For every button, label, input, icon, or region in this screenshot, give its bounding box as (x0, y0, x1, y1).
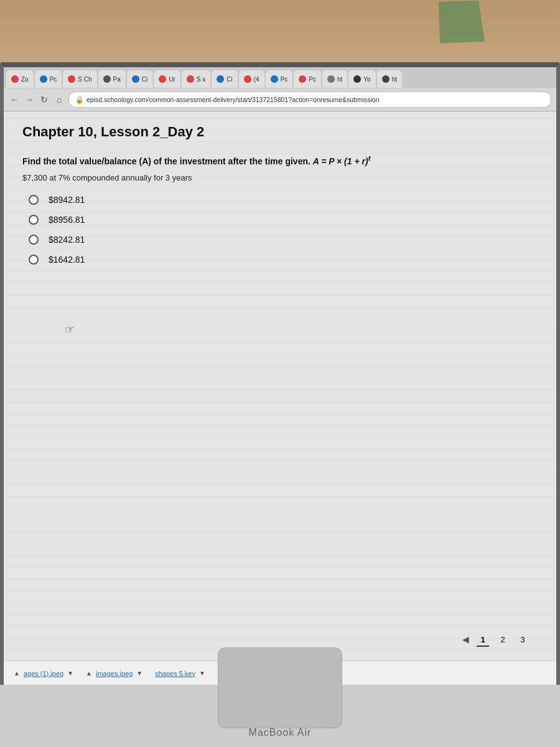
page-content: Chapter 10, Lesson 2_Day 2 Find the tota… (4, 111, 556, 685)
choice-label-4: $1642.81 (49, 255, 85, 265)
tab-pc[interactable]: Pc (35, 70, 62, 88)
tab-ch[interactable]: S Ch (63, 70, 96, 88)
tab-ht[interactable]: ht (322, 70, 347, 88)
download-name-2[interactable]: images.jpeg (96, 670, 133, 677)
choice-label-2: $8956.81 (49, 215, 85, 225)
tab-ht2[interactable]: ht (377, 70, 402, 88)
tab-icon-yo (353, 75, 361, 83)
browser-chrome: Zo Pc S Ch Pa Ci Ur (4, 67, 556, 111)
macbook-label: MacBook Air (249, 727, 312, 738)
answer-choice-3[interactable]: $8242.81 (29, 235, 538, 245)
tab-label-yo: Yo (363, 76, 370, 83)
expand-arrow-2[interactable]: ▼ (136, 670, 142, 677)
tab-yo[interactable]: Yo (348, 70, 375, 88)
download-name-3[interactable]: shapes 5.key (155, 670, 195, 677)
tab-icon-ur (159, 75, 166, 83)
pagination-prev[interactable]: ◀ (459, 633, 472, 646)
tab-icon-zo (11, 75, 19, 83)
tab-pc3[interactable]: Pc (294, 70, 321, 88)
tab-label-zo: Zo (21, 76, 29, 83)
tab-icon-ht (327, 75, 335, 83)
tab-label-pa: Pa (113, 76, 121, 83)
radio-1[interactable] (29, 195, 39, 205)
tab-icon-pc (40, 75, 47, 83)
question-instruction: Find the total value/balance (A) of the … (22, 153, 538, 168)
tab-icon-ci (132, 75, 139, 83)
tab-label-4: (4 (254, 76, 259, 83)
choice-label-3: $8242.81 (49, 235, 85, 245)
address-bar[interactable]: 🔒 episd.schoology.com/common-assessment-… (68, 92, 551, 108)
tab-sx[interactable]: S x (182, 70, 210, 88)
back-button[interactable]: ← (9, 94, 20, 105)
download-item-3[interactable]: shapes 5.key ▼ (155, 670, 205, 677)
download-arrow-2[interactable]: ▲ (86, 670, 92, 677)
choice-label-1: $8942.81 (49, 195, 85, 205)
radio-3[interactable] (29, 235, 39, 245)
tab-icon-sx (187, 75, 194, 83)
tab-icon-pc3 (299, 75, 306, 83)
expand-arrow-1[interactable]: ▼ (67, 670, 73, 677)
download-arrow-1[interactable]: ▲ (14, 670, 20, 677)
download-name-1[interactable]: ages (1).jpeg (24, 670, 63, 677)
tab-icon-ht2 (382, 75, 390, 83)
tab-ur[interactable]: Ur (154, 70, 180, 88)
tab-pa[interactable]: Pa (98, 70, 126, 88)
tab-label-pc3: Pc (309, 76, 316, 83)
tab-bar: Zo Pc S Ch Pa Ci Ur (4, 67, 556, 88)
tab-icon-pc2 (271, 75, 278, 83)
page-num-3[interactable]: 3 (514, 631, 531, 648)
home-button[interactable]: ⌂ (54, 94, 65, 105)
formula: A = P × (1 + r)t (313, 156, 371, 166)
tape-decoration (434, 0, 487, 45)
radio-2[interactable] (29, 215, 39, 225)
forward-button[interactable]: → (24, 94, 35, 105)
tab-zo[interactable]: Zo (6, 70, 34, 88)
tab-label-ci: Ci (142, 76, 147, 83)
page-num-1[interactable]: 1 (474, 631, 492, 648)
radio-4[interactable] (29, 255, 39, 265)
tab-pc2[interactable]: Pc (266, 70, 293, 88)
address-bar-row: ← → ↻ ⌂ 🔒 episd.schoology.com/common-ass… (4, 88, 556, 111)
expand-arrow-3[interactable]: ▼ (199, 670, 205, 677)
page-num-2[interactable]: 2 (494, 631, 511, 648)
tab-4[interactable]: (4 (239, 70, 264, 88)
download-item-2[interactable]: ▲ images.jpeg ▼ (86, 670, 142, 677)
tab-icon-pa (103, 75, 111, 83)
tab-label-pc: Pc (50, 76, 57, 83)
laptop-bottom: MacBook Air (0, 685, 560, 747)
url-text: episd.schoology.com/common-assessment-de… (86, 96, 544, 103)
answer-choice-2[interactable]: $8956.81 (29, 215, 538, 225)
answer-choice-1[interactable]: $8942.81 (29, 195, 538, 205)
tab-label-pc2: Pc (281, 76, 288, 83)
reload-button[interactable]: ↻ (39, 94, 50, 105)
tab-label-ci2: Ci (226, 76, 232, 83)
answer-choices: $8942.81 $8956.81 $8242.81 $1642.81 (29, 195, 538, 265)
laptop-screen: Zo Pc S Ch Pa Ci Ur (0, 62, 560, 685)
page-title: Chapter 10, Lesson 2_Day 2 (22, 124, 538, 140)
tab-icon-ch (68, 75, 75, 83)
lock-icon: 🔒 (75, 96, 84, 104)
tab-label-sx: S x (197, 76, 205, 83)
tab-icon-ci2 (217, 75, 224, 83)
answer-choice-4[interactable]: $1642.81 (29, 255, 538, 265)
pagination: ◀ 1 2 3 (459, 631, 531, 648)
tab-label-ht: ht (337, 76, 342, 83)
tab-label-ch: S Ch (78, 76, 91, 83)
tab-ci[interactable]: Ci (127, 70, 152, 88)
tab-ci2[interactable]: Ci (212, 70, 237, 88)
trackpad[interactable] (218, 647, 342, 728)
question-section: Find the total value/balance (A) of the … (22, 153, 538, 182)
tab-label-ht2: ht (392, 76, 397, 83)
download-item-1[interactable]: ▲ ages (1).jpeg ▼ (14, 670, 73, 677)
tab-label-ur: Ur (169, 76, 175, 83)
cursor-icon: ☞ (63, 322, 76, 337)
question-sub-text: $7,300 at 7% compounded annually for 3 y… (22, 173, 538, 182)
tab-icon-4 (244, 75, 251, 83)
